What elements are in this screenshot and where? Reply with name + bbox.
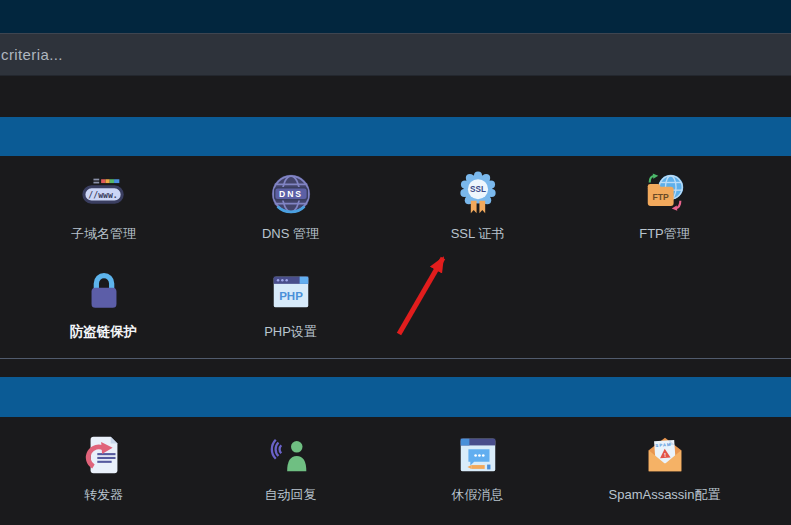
spamassassin-icon: SPAM! [642,429,688,481]
tile-hotlink[interactable]: 防盗链保护 [10,254,197,352]
tile-label: SpamAssassin配置 [609,487,721,503]
domains-grid: //www. 子域名管理 DNS DNS 管理 SSL SSL 证书 FTP F… [10,156,768,352]
ftp-icon: FTP [642,168,688,220]
dns-icon: DNS [268,168,314,220]
tile-label: DNS 管理 [262,226,319,242]
svg-text:FTP: FTP [652,192,669,202]
search-bar[interactable]: criteria... [0,33,791,76]
tile-ftp[interactable]: FTP FTP管理 [571,156,758,254]
vacation-message-icon [455,429,501,481]
section-header-domains [0,117,791,156]
tile-forwarders[interactable]: 转发器 [10,417,197,515]
search-input[interactable]: criteria... [0,46,63,63]
tile-label: FTP管理 [639,226,690,242]
tile-label: PHP设置 [264,324,317,340]
tile-autoresponder[interactable]: 自动回复 [197,417,384,515]
svg-text:PHP: PHP [279,290,303,302]
tile-vacation[interactable]: 休假消息 [384,417,571,515]
svg-text:SSL: SSL [470,185,486,194]
tile-label: 自动回复 [265,487,317,503]
tile-subdomains[interactable]: //www. 子域名管理 [10,156,197,254]
tile-label: 子域名管理 [71,226,136,242]
tile-ssl[interactable]: SSL SSL 证书 [384,156,571,254]
php-settings-icon: PHP [268,266,314,318]
tile-php[interactable]: PHP PHP设置 [197,254,384,352]
tile-spamassassin[interactable]: SPAM! SpamAssassin配置 [571,417,758,515]
autoresponder-icon [268,429,314,481]
tile-label: SSL 证书 [451,226,505,242]
subdomain-icon: //www. [81,168,127,220]
forwarder-icon [81,429,127,481]
svg-text://www.: //www. [88,190,117,200]
section-header-email [0,377,791,417]
tile-dns[interactable]: DNS DNS 管理 [197,156,384,254]
tile-label: 防盗链保护 [70,324,138,340]
top-navbar [0,0,791,33]
tile-label: 休假消息 [452,487,504,503]
ssl-certificate-icon: SSL [455,168,501,220]
svg-text:DNS: DNS [279,189,303,199]
hotlink-lock-icon [81,266,127,318]
tile-label: 转发器 [84,487,123,503]
email-grid: 转发器 自动回复 休假消息 SPAM! SpamAssassin配置 [10,417,768,515]
section-divider [0,358,791,359]
